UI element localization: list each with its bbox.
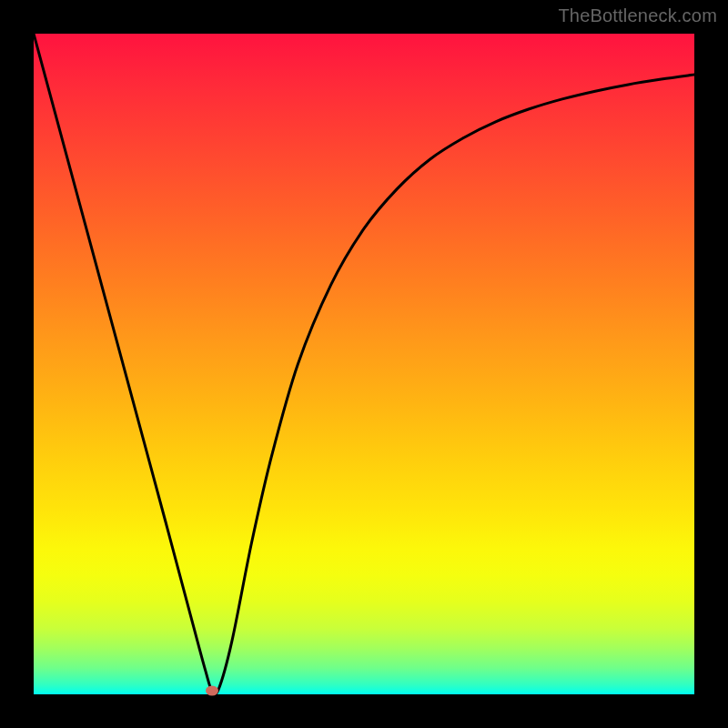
curve-path: [34, 34, 694, 694]
chart-curve: [34, 34, 694, 694]
plot-area: [34, 34, 694, 694]
watermark-text: TheBottleneck.com: [558, 5, 717, 26]
chart-frame: TheBottleneck.com: [0, 0, 728, 728]
minimum-marker: [206, 686, 218, 696]
